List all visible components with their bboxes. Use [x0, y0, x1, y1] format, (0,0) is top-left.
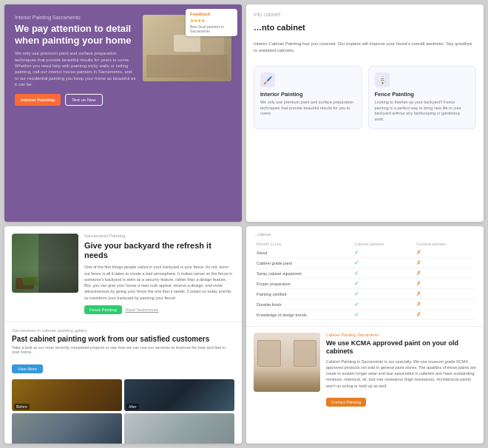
gallery-grid: Before After: [12, 379, 234, 444]
comparison-benefit: Cabinet grade paint: [254, 258, 351, 268]
backyard-text: Sacramento Painting Give your backyard t…: [84, 234, 234, 314]
interior-painting-icon: 🖌️: [260, 72, 275, 87]
kcma-title: We use KCMA approved paint on your old c…: [326, 339, 476, 356]
comparison-cp-check: ✓: [351, 248, 413, 258]
comparison-benefit: Knowledge of design trends: [254, 310, 351, 320]
gallery-body: Take a look at our most recently complet…: [12, 345, 234, 354]
kcma-text-block: Cabinet Painting Sacramento We use KCMA …: [326, 333, 476, 438]
cabinet-intro: Interior Cabinet Painting has you covere…: [254, 41, 476, 54]
feedback-sub: Best local painters in Sacramento: [190, 24, 233, 33]
panel-hero: Interior Painting Sacramento We pay atte…: [4, 4, 242, 222]
comparison-gp-check: ✗: [413, 279, 476, 289]
gallery-tag: Sacramento to cabinet painting gallery: [12, 328, 234, 333]
col-general-painters: General painters: [413, 240, 476, 248]
comparison-gp-check: ✗: [413, 299, 476, 310]
backyard-overlay: [12, 269, 78, 293]
comparison-cp-check: ✓: [351, 268, 413, 279]
feedback-stars: ★★★★: [190, 18, 233, 23]
comparison-row: About✓✗: [254, 248, 476, 258]
interior-painting-button[interactable]: Interior Painting: [15, 94, 61, 106]
comparison-cp-check: ✓: [351, 279, 413, 289]
panel-services: Into cabinet …nto cabinet Interior Cabin…: [246, 4, 484, 222]
panel-backyard-gallery: Sacramento Painting Give your backyard t…: [4, 226, 242, 444]
comparison-row: Durable finish✓✗: [254, 299, 476, 310]
services-header: Into cabinet: [254, 12, 476, 17]
comparison-cp-check: ✓: [351, 258, 413, 268]
comparison-benefit: Spray cabinet equipment: [254, 268, 351, 279]
gallery-section: Sacramento to cabinet painting gallery P…: [4, 322, 242, 444]
backyard-body: One of the first things people notice in…: [84, 264, 234, 301]
comparison-cp-check: ✓: [351, 310, 413, 320]
comparison-row: Painting certified✓✗: [254, 289, 476, 299]
feedback-badge: Feedback ★★★★ Best local painters in Sac…: [186, 9, 237, 36]
comparison-row: Knowledge of design trends✓✗: [254, 310, 476, 320]
comparison-cp-check: ✓: [351, 289, 413, 299]
service-fence-title: Fence Painting: [375, 91, 470, 98]
hero-text-block: Interior Painting Sacramento We pay atte…: [15, 15, 137, 211]
contact-painting-button[interactable]: Contact Painting: [326, 398, 366, 407]
testimonials-button[interactable]: Read Testimonials: [126, 305, 159, 314]
kcma-counter-overlay: [254, 368, 320, 392]
service-card-fence: 🪧 Fence Painting Looking to freshen up y…: [368, 66, 477, 129]
kcma-image: [254, 333, 320, 392]
gallery-title: Past cabinet painting work from our sati…: [12, 335, 234, 343]
hero-label: Interior Painting Sacramento: [15, 15, 137, 20]
hero-buttons: Interior Painting Text us Now: [15, 94, 137, 106]
comparison-label: …cabinet: [254, 232, 271, 237]
hero-section: Interior Painting Sacramento We pay atte…: [4, 4, 242, 222]
fence-painting-icon: 🪧: [375, 72, 390, 87]
gallery-item-1: Before: [12, 379, 122, 412]
text-us-button[interactable]: Text us Now: [65, 94, 103, 106]
comparison-row: Proper preparation✓✗: [254, 279, 476, 289]
gallery-item-2: After: [124, 379, 234, 412]
col-benefit: Benefit to you: [254, 240, 351, 248]
services-cards: 🖌️ Interior Painting We only use premium…: [254, 66, 476, 129]
backyard-section: Sacramento Painting Give your backyard t…: [4, 226, 242, 322]
backyard-buttons: Fence Painting Read Testimonials: [84, 305, 234, 314]
backyard-image: [12, 234, 78, 293]
comparison-benefit: Durable finish: [254, 299, 351, 310]
cabinet-title: …nto cabinet: [254, 23, 476, 32]
comparison-cp-check: ✓: [351, 299, 413, 310]
service-interior-title: Interior Painting: [260, 91, 356, 98]
kcma-tag: Cabinet Painting Sacramento: [326, 333, 476, 337]
comparison-gp-check: ✗: [413, 258, 476, 268]
hero-title: We pay attention to detail when painting…: [15, 23, 137, 46]
main-screen: Interior Painting Sacramento We pay atte…: [0, 0, 488, 448]
gallery-label-1: Before: [14, 404, 30, 410]
comparison-benefit: Painting certified: [254, 289, 351, 299]
comparison-row: Spray cabinet equipment✓✗: [254, 268, 476, 279]
feedback-title: Feedback: [190, 12, 233, 16]
kcma-section: Cabinet Painting Sacramento We use KCMA …: [246, 327, 484, 444]
cabinet-comparison: …cabinet Benefit to you Cabinet painters…: [246, 226, 484, 327]
comparison-gp-check: ✗: [413, 268, 476, 279]
comparison-table: Benefit to you Cabinet painters General …: [254, 240, 476, 320]
kcma-body: Cabinet Painting in Sacramento is our sp…: [326, 359, 476, 389]
view-more-button[interactable]: View More: [12, 364, 43, 373]
comparison-header: …cabinet: [254, 232, 476, 237]
backyard-title: Give your backyard the refresh it needs: [84, 241, 234, 260]
gallery-item-4: [124, 413, 234, 444]
comparison-benefit: About: [254, 248, 351, 258]
service-fence-body: Looking to freshen up your backyard? Fen…: [375, 100, 470, 123]
comparison-benefit: Proper preparation: [254, 279, 351, 289]
fence-painting-button[interactable]: Fence Painting: [84, 305, 122, 314]
panel-cabinet-kcma: …cabinet Benefit to you Cabinet painters…: [246, 226, 484, 444]
comparison-row: Cabinet grade paint✓✗: [254, 258, 476, 268]
comparison-gp-check: ✗: [413, 289, 476, 299]
col-cabinet-painters: Cabinet painters: [351, 240, 413, 248]
service-card-interior: 🖌️ Interior Painting We only use premium…: [254, 66, 362, 129]
comparison-gp-check: ✗: [413, 310, 476, 320]
service-interior-body: We only use premium paint and surface pr…: [260, 100, 356, 117]
hero-body: We only use premium paint and surface pr…: [15, 50, 137, 87]
gallery-item-3: [12, 413, 122, 444]
comparison-gp-check: ✗: [413, 248, 476, 258]
gallery-label-2: After: [126, 404, 139, 410]
backyard-tag: Sacramento Painting: [84, 234, 234, 238]
